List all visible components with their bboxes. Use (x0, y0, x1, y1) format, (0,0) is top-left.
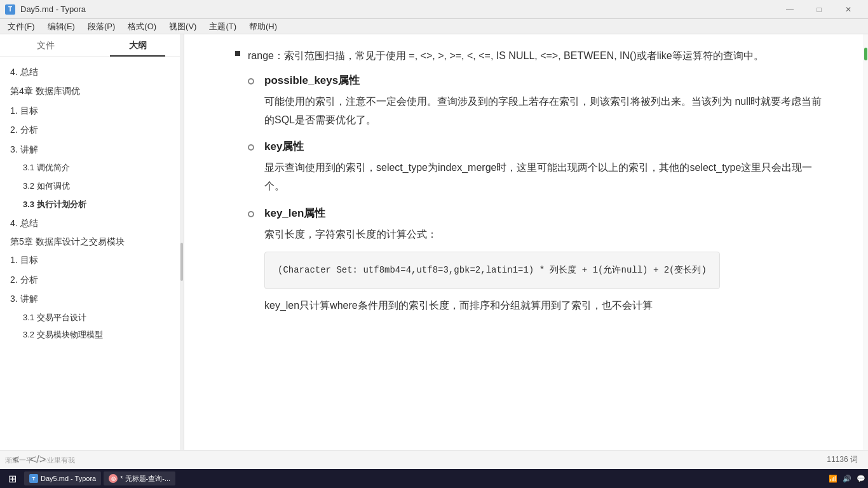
circle-bullet-icon (248, 78, 254, 85)
menu-help[interactable]: 帮助(H) (244, 19, 282, 34)
key-len-heading: key_len属性 (264, 206, 720, 220)
taskbar-volume-icon: 🔊 (843, 475, 851, 483)
taskbar-message-icon: 💬 (857, 475, 865, 483)
taskbar-typora-label: Day5.md - Typora (41, 475, 96, 482)
nav-item-3explain-ch5[interactable]: 3. 讲解 (0, 289, 184, 308)
key-text: 显示查询使用到的索引，select_type为index_merge时，这里可能… (264, 159, 830, 196)
nav-item-3-2-ch5[interactable]: 3.2 交易模块物理模型 (0, 327, 184, 343)
tab-file[interactable]: 文件 (0, 34, 92, 57)
window-controls: — □ ✕ (775, 0, 863, 19)
menu-file[interactable]: 文件(F) (3, 19, 40, 34)
nav-item-1goal-ch4[interactable]: 1. 目标 (0, 101, 184, 120)
tab-outline[interactable]: 大纲 (92, 34, 184, 57)
taskbar-query-icon: ◎ (109, 474, 118, 483)
taskbar-typora-icon: T (29, 474, 38, 483)
sidebar-nav: 4. 总结 第4章 数据库调优 1. 目标 2. 分析 3. 讲解 3.1 调优… (0, 57, 184, 469)
menu-view[interactable]: 视图(V) (164, 19, 201, 34)
taskbar: ⊞ T Day5.md - Typora ◎ * 无标题-查询-... 📶 🔊 … (0, 469, 868, 488)
circle-bullet-key-icon (248, 144, 254, 151)
possible-keys-content: possible_keys属性 可能使用的索引，注意不一定会使用。查询涉及到的字… (264, 73, 830, 130)
taskbar-item-query[interactable]: ◎ * 无标题-查询-... (104, 471, 175, 485)
bottom-bar: < </> 11136 词 (0, 450, 868, 469)
sidebar-scrollbar-thumb (180, 243, 183, 281)
app-icon: T (5, 4, 15, 15)
key-len-content: key_len属性 索引长度，字符索引长度的计算公式： (Character S… (264, 206, 720, 315)
menu-paragraph[interactable]: 段落(P) (83, 19, 120, 34)
bullet-square-icon (235, 51, 240, 56)
menu-format[interactable]: 格式(O) (123, 19, 161, 34)
bullet-range: range：索引范围扫描，常见于使用 =, <>, >, >=, <, <=, … (222, 47, 830, 65)
nav-item-3-2[interactable]: 3.2 如何调优 (0, 177, 184, 196)
taskbar-query-label: * 无标题-查询-... (120, 474, 170, 484)
close-button[interactable]: ✕ (834, 0, 863, 19)
taskbar-right: 📶 🔊 💬 (829, 475, 865, 483)
main-layout: 文件 大纲 4. 总结 第4章 数据库调优 1. 目标 2. 分析 3. 讲解 … (0, 34, 868, 469)
minimize-button[interactable]: — (775, 0, 804, 19)
nav-item-1goal-ch5[interactable]: 1. 目标 (0, 250, 184, 269)
key-heading: key属性 (264, 139, 830, 154)
possible-keys-text: 可能使用的索引，注意不一定会使用。查询涉及到的字段上若存在索引，则该索引将被列出… (264, 93, 830, 130)
sidebar-tabs: 文件 大纲 (0, 34, 184, 57)
title-bar: T Day5.md - Typora — □ ✕ (0, 0, 868, 19)
bullet-range-text: range：索引范围扫描，常见于使用 =, <>, >, >=, <, <=, … (248, 47, 764, 65)
key-len-code: (Character Set: utf8mb4=4,utf8=3,gbk=2,l… (264, 252, 720, 289)
nav-item-2analysis-ch5[interactable]: 2. 分析 (0, 270, 184, 289)
nav-item-3-1-ch5[interactable]: 3.1 交易平台设计 (0, 309, 184, 327)
possible-keys-heading: possible_keys属性 (264, 73, 830, 88)
taskbar-wifi-icon: 📶 (829, 475, 837, 483)
nav-item-4summary-ch4[interactable]: 4. 总结 (0, 214, 184, 233)
taskbar-item-typora[interactable]: T Day5.md - Typora (24, 471, 101, 485)
window-title: Day5.md - Typora (20, 4, 86, 14)
nav-item-4summary[interactable]: 4. 总结 (0, 62, 184, 81)
menu-edit[interactable]: 编辑(E) (43, 19, 80, 34)
section-key: key属性 显示查询使用到的索引，select_type为index_merge… (222, 139, 830, 196)
menu-theme[interactable]: 主题(T) (204, 19, 241, 34)
watermark: 渐重一平——业里有我 (5, 456, 75, 465)
menu-bar: 文件(F) 编辑(E) 段落(P) 格式(O) 视图(V) 主题(T) 帮助(H… (0, 19, 868, 34)
start-button[interactable]: ⊞ (3, 471, 22, 485)
maximize-button[interactable]: □ (804, 0, 834, 19)
sidebar: 文件 大纲 4. 总结 第4章 数据库调优 1. 目标 2. 分析 3. 讲解 … (0, 34, 184, 469)
key-content: key属性 显示查询使用到的索引，select_type为index_merge… (264, 139, 830, 196)
key-len-footer: key_len只计算where条件用到的索引长度，而排序和分组就算用到了索引，也… (264, 297, 720, 315)
content-scrollbar-track (863, 34, 868, 469)
nav-item-3explain-ch4[interactable]: 3. 讲解 (0, 140, 184, 159)
nav-item-2analysis-ch4[interactable]: 2. 分析 (0, 120, 184, 139)
nav-item-chapter4[interactable]: 第4章 数据库调优 (0, 81, 184, 100)
content-area[interactable]: range：索引范围扫描，常见于使用 =, <>, >, >=, <, <=, … (184, 34, 868, 469)
title-bar-left: T Day5.md - Typora (5, 4, 86, 15)
key-len-header-row: key_len属性 索引长度，字符索引长度的计算公式： (Character S… (248, 206, 720, 315)
nav-item-3-1[interactable]: 3.1 调优简介 (0, 159, 184, 177)
nav-item-chapter5[interactable]: 第5章 数据库设计之交易模块 (0, 233, 184, 251)
key-len-intro: 索引长度，字符索引长度的计算公式： (264, 226, 720, 244)
circle-bullet-keylen-icon (248, 211, 254, 217)
word-count: 11136 词 (827, 454, 858, 465)
section-possible-keys: possible_keys属性 可能使用的索引，注意不一定会使用。查询涉及到的字… (222, 73, 830, 130)
content-scrollbar-thumb (864, 48, 867, 60)
section-key-len: key_len属性 索引长度，字符索引长度的计算公式： (Character S… (222, 206, 830, 315)
nav-item-3-3[interactable]: 3.3 执行计划分析 (0, 196, 184, 214)
sidebar-scrollbar-track (180, 34, 184, 469)
